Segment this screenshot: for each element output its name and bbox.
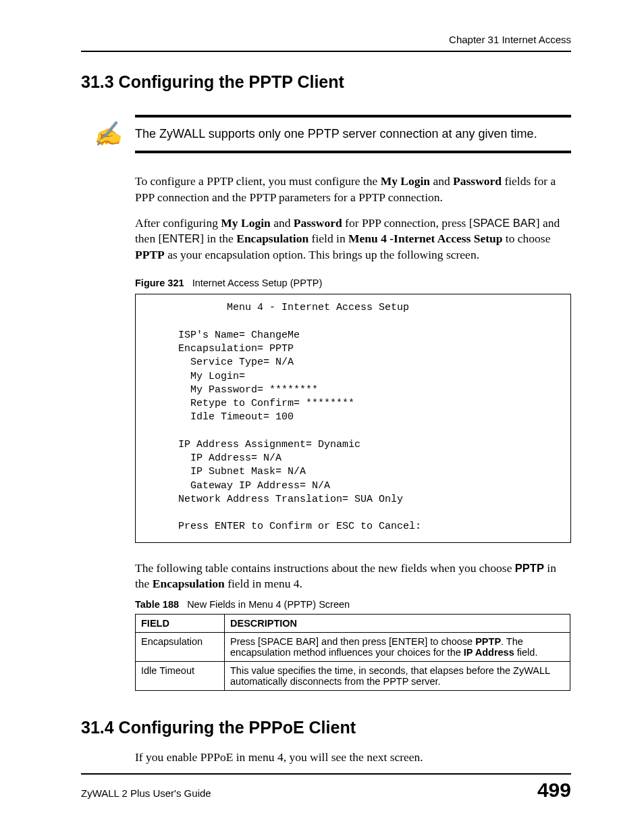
table-row: Idle Timeout This value specifies the ti…	[136, 661, 570, 690]
footer-guide-title: ZyWALL 2 Plus User's Guide	[81, 787, 211, 799]
section-heading-31-3: 31.3 Configuring the PPTP Client	[81, 72, 571, 92]
note-block: ✍ The ZyWALL supports only one PPTP serv…	[81, 115, 571, 153]
header-rule	[81, 51, 571, 52]
paragraph: If you enable PPPoE in menu 4, you will …	[135, 750, 571, 766]
page-footer: ZyWALL 2 Plus User's Guide 499	[81, 773, 571, 802]
table-cell-description: This value specifies the time, in second…	[225, 661, 570, 690]
table-fields: FIELD DESCRIPTION Encapsulation Press [S…	[135, 614, 570, 691]
terminal-screen: Menu 4 - Internet Access Setup ISP's Nam…	[135, 294, 571, 542]
section-heading-31-4: 31.4 Configuring the PPPoE Client	[81, 718, 571, 737]
paragraph: After configuring My Login and Password …	[135, 215, 571, 263]
table-cell-description: Press [SPACE BAR] and then press [ENTER]…	[225, 632, 570, 661]
table-cell-field: Idle Timeout	[136, 661, 225, 690]
footer-rule	[81, 773, 571, 775]
note-icon: ✍	[92, 119, 122, 149]
table-row: Encapsulation Press [SPACE BAR] and then…	[136, 632, 570, 661]
note-text: The ZyWALL supports only one PPTP server…	[135, 118, 571, 151]
page-header-chapter: Chapter 31 Internet Access	[81, 34, 571, 45]
table-header-field: FIELD	[136, 614, 225, 632]
table-caption: Table 188 New Fields in Menu 4 (PPTP) Sc…	[135, 599, 571, 610]
table-header-description: DESCRIPTION	[225, 614, 570, 632]
page-number: 499	[537, 779, 571, 802]
note-rule-bottom	[135, 151, 571, 153]
table-cell-field: Encapsulation	[136, 632, 225, 661]
paragraph: To configure a PPTP client, you must con…	[135, 174, 571, 205]
paragraph: The following table contains instruction…	[135, 561, 571, 592]
figure-caption: Figure 321 Internet Access Setup (PPTP)	[135, 278, 571, 288]
table-header-row: FIELD DESCRIPTION	[136, 614, 570, 632]
